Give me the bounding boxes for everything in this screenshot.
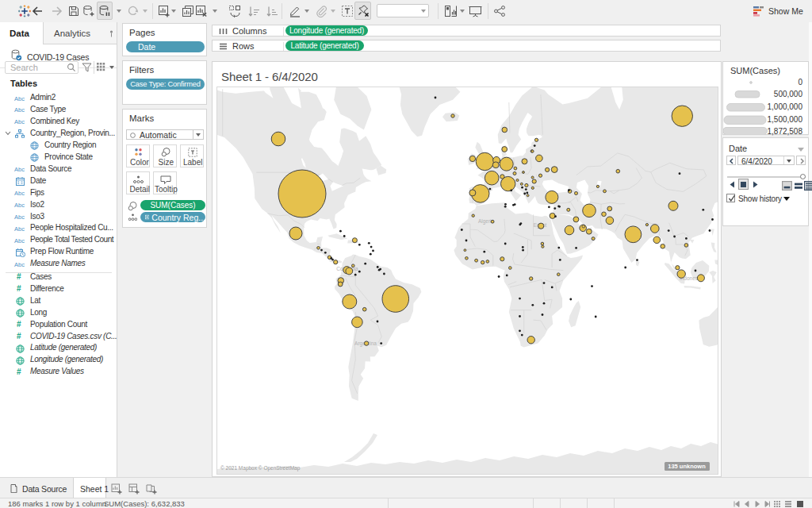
svg-text:© 2021 Mapbox © OpenStreetMap: © 2021 Mapbox © OpenStreetMap bbox=[220, 465, 301, 471]
svg-text:135 unknown: 135 unknown bbox=[668, 463, 706, 470]
